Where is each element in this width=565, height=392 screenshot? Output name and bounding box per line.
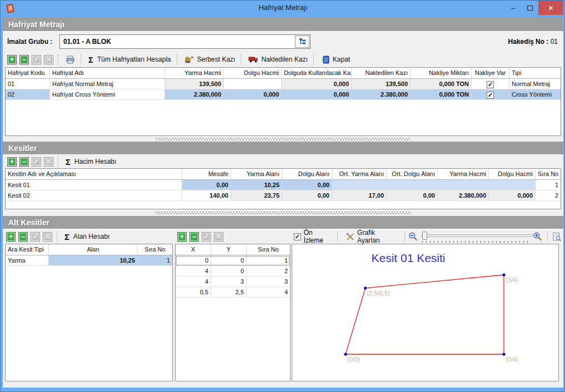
col-dolgu-alani[interactable]: Dolgu Alanı: [282, 169, 332, 179]
add-area-button[interactable]: +: [6, 232, 16, 242]
cell-ort-dolgu[interactable]: [387, 180, 438, 190]
table-row-selected[interactable]: Yarma 10,25 1: [6, 255, 172, 266]
table-row-focused[interactable]: 0 0 1: [176, 255, 290, 266]
col-yarma-hacmi[interactable]: Yarma Hacmi: [438, 169, 489, 179]
grafik-ayarlari-button[interactable]: Grafik Ayarları: [342, 230, 401, 243]
cell-dolguda[interactable]: 0,000: [282, 79, 352, 89]
minimize-button[interactable]: –: [505, 1, 522, 15]
cancel-button[interactable]: ✕: [44, 55, 53, 64]
hacim-hesabi-button[interactable]: Σ Hacim Hesabı: [62, 155, 120, 168]
zoom-slider[interactable]: [421, 230, 529, 243]
splitter[interactable]: [3, 209, 563, 216]
cell-sira-no[interactable]: 2: [536, 190, 561, 200]
cell-dolgu-alani[interactable]: 0,00: [282, 190, 332, 200]
cell-sira[interactable]: 1: [138, 255, 172, 265]
cell-sira[interactable]: 2: [247, 266, 290, 276]
col-sira-no[interactable]: Sıra No: [247, 244, 290, 255]
col-hafriyat-kodu[interactable]: Hafriyat Kodu: [6, 68, 50, 78]
kapat-button[interactable]: Kapat: [317, 53, 354, 66]
table-row-selected[interactable]: 02 Hafriyat Cross Yöntemi 2.380,000 0,00…: [6, 89, 561, 100]
table-row[interactable]: 4 3 3: [176, 277, 290, 287]
cell-ort-yarma[interactable]: 17,00: [332, 190, 387, 200]
table-row[interactable]: Kesit 02 140,00 23,75 0,00 17,00 0,00 2.…: [6, 190, 561, 201]
add-point-button[interactable]: +: [177, 232, 187, 242]
cell-kesit-adi[interactable]: Kesit 02: [6, 190, 182, 200]
col-tipi[interactable]: Tipi: [509, 68, 561, 78]
cell-dolgu-hacmi[interactable]: [489, 180, 536, 190]
cell-ort-yarma[interactable]: [332, 180, 387, 190]
cell-yarma-alani[interactable]: 23,75: [231, 190, 282, 200]
zoom-slider-thumb[interactable]: [422, 232, 427, 240]
col-y[interactable]: Y: [211, 244, 247, 255]
cell-dolgu[interactable]: 0,000: [224, 89, 282, 99]
splitter[interactable]: [3, 136, 563, 142]
cell-tipi[interactable]: Cross Yöntemi: [509, 89, 561, 99]
accept-kesit-button[interactable]: ✓: [32, 157, 41, 167]
alan-hesabi-button[interactable]: Σ Alan Hesabı: [61, 230, 113, 243]
cell-sira[interactable]: 1: [247, 255, 290, 265]
cancel-point-button[interactable]: ✕: [214, 232, 223, 242]
zoom-out-button[interactable]: [408, 232, 418, 242]
col-sira-no[interactable]: Sıra No: [536, 169, 561, 179]
tum-hafriyatlari-hesapla-button[interactable]: Σ Tüm Hafriyatları Hesapla: [84, 53, 175, 66]
accept-point-button[interactable]: ✓: [202, 232, 211, 242]
col-mesafe[interactable]: Mesafe: [182, 169, 231, 179]
cell-mesafe[interactable]: 140,00: [182, 190, 231, 200]
cell-dolguda[interactable]: 0,000: [282, 89, 352, 99]
cell-nakliye-var[interactable]: ✓: [472, 89, 509, 99]
cell-miktar[interactable]: 0,000 TON: [411, 79, 472, 89]
cell-dolgu-alani[interactable]: 0,00: [282, 180, 332, 190]
zoom-in-button[interactable]: [533, 232, 542, 242]
maximize-button[interactable]: [522, 1, 538, 15]
cell-x[interactable]: 0,5: [176, 287, 211, 297]
nakliye-var-checkbox[interactable]: ✓: [487, 92, 494, 99]
cell-kodu[interactable]: 02: [6, 89, 50, 99]
cell-nakliye-var[interactable]: ✓: [472, 79, 509, 89]
cell-sira-no[interactable]: 1: [536, 180, 561, 190]
add-kesit-button[interactable]: +: [7, 157, 17, 167]
cell-sira[interactable]: 3: [247, 277, 290, 287]
cell-sira[interactable]: 4: [247, 287, 290, 297]
col-yarma-alani[interactable]: Yarma Alanı: [231, 169, 282, 179]
col-alan[interactable]: Alan: [49, 244, 138, 255]
col-nakledilen-kazi[interactable]: Nakledilen Kazı: [352, 68, 411, 78]
col-sira-no[interactable]: Sıra No: [138, 244, 172, 255]
cell-x[interactable]: 4: [176, 277, 211, 287]
col-x[interactable]: X: [176, 244, 211, 255]
col-dolguda-kullanilacak[interactable]: Dolguda Kullanılacak Kazı: [282, 68, 352, 78]
accept-button[interactable]: ✓: [32, 55, 41, 64]
remove-point-button[interactable]: –: [189, 232, 199, 242]
zoom-slider-track[interactable]: [421, 234, 534, 237]
cell-x[interactable]: 4: [176, 266, 211, 276]
accept-area-button[interactable]: ✓: [31, 232, 40, 242]
col-dolgu-hacmi[interactable]: Dolgu Hacmi: [489, 169, 536, 179]
cell-yarma-hacmi[interactable]: 2.380,000: [438, 190, 489, 200]
remove-area-button[interactable]: –: [18, 232, 28, 242]
cell-alan[interactable]: 10,25: [49, 255, 138, 265]
close-button[interactable]: ✕: [538, 1, 563, 15]
cell-adi[interactable]: Hafriyat Normal Metraj: [50, 79, 165, 89]
nakliye-var-checkbox[interactable]: ✓: [487, 81, 494, 88]
cell-yarma[interactable]: 139,500: [165, 79, 224, 89]
cancel-kesit-button[interactable]: ✕: [44, 157, 53, 167]
col-hafriyat-adi[interactable]: Hafriyat Adı: [50, 68, 165, 78]
cell-yarma-hacmi[interactable]: [438, 180, 489, 190]
cell-y[interactable]: 3: [211, 277, 247, 287]
col-yarma-hacmi[interactable]: Yarma Hacmi: [165, 68, 224, 78]
cell-kodu[interactable]: 01: [6, 79, 50, 89]
cell-ort-dolgu[interactable]: 0,00: [387, 190, 438, 200]
table-row[interactable]: 4 0 2: [176, 266, 290, 277]
imalat-grubu-tree-button[interactable]: [295, 36, 309, 48]
cell-y[interactable]: 0: [211, 266, 247, 276]
cell-miktar[interactable]: 0,000 TON: [411, 89, 472, 99]
col-nakliye-var[interactable]: Nakliye Var: [472, 68, 509, 78]
col-dolgu-hacmi[interactable]: Dolgu Hacmi: [224, 68, 282, 78]
cell-adi[interactable]: Hafriyat Cross Yöntemi: [50, 89, 165, 99]
on-izleme-checkbox[interactable]: ✓: [294, 233, 301, 240]
cell-mesafe[interactable]: 0,00: [182, 180, 231, 190]
cell-x[interactable]: 0: [176, 255, 211, 265]
col-ara-kesit-tipi[interactable]: Ara Kesit Tipi: [6, 244, 49, 255]
table-row-selected[interactable]: Kesit 01 0,00 10,25 0,00 1: [6, 180, 561, 190]
print-button[interactable]: [62, 53, 79, 66]
cell-yarma-alani[interactable]: 10,25: [231, 180, 282, 190]
